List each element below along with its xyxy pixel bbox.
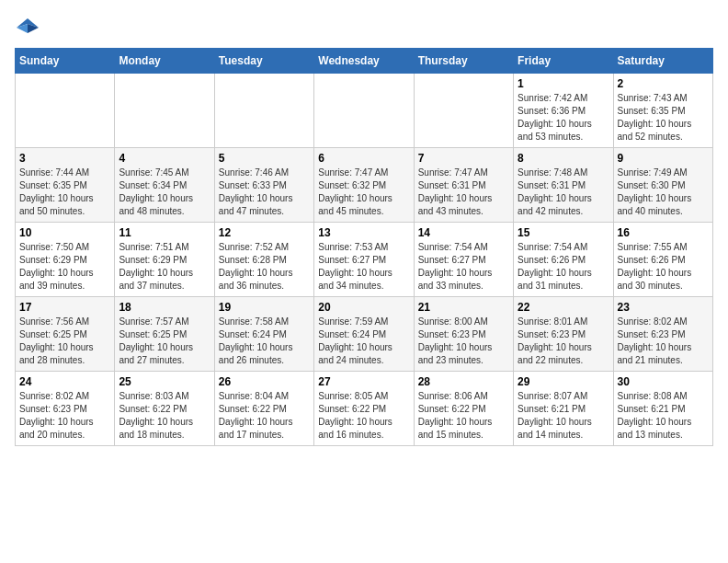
- day-number: 1: [518, 77, 609, 90]
- weekday-header: Wednesday: [314, 49, 414, 74]
- calendar-cell: 5Sunrise: 7:46 AM Sunset: 6:33 PM Daylig…: [214, 148, 313, 223]
- day-info: Sunrise: 7:46 AM Sunset: 6:33 PM Dayligh…: [219, 167, 310, 218]
- day-number: 26: [219, 375, 310, 388]
- calendar-cell: 2Sunrise: 7:43 AM Sunset: 6:35 PM Daylig…: [613, 74, 712, 148]
- calendar-cell: 26Sunrise: 8:04 AM Sunset: 6:22 PM Dayli…: [214, 372, 313, 446]
- day-info: Sunrise: 7:47 AM Sunset: 6:32 PM Dayligh…: [318, 167, 409, 218]
- day-number: 4: [119, 152, 210, 165]
- day-number: 5: [219, 152, 310, 165]
- day-number: 23: [618, 301, 709, 314]
- day-info: Sunrise: 7:54 AM Sunset: 6:26 PM Dayligh…: [518, 241, 609, 293]
- calendar-week-row: 3Sunrise: 7:44 AM Sunset: 6:35 PM Daylig…: [16, 148, 713, 223]
- day-number: 30: [618, 375, 709, 388]
- day-number: 10: [19, 226, 110, 239]
- calendar-cell: 25Sunrise: 8:03 AM Sunset: 6:22 PM Dayli…: [115, 372, 214, 446]
- calendar-cell: 15Sunrise: 7:54 AM Sunset: 6:26 PM Dayli…: [514, 223, 613, 297]
- calendar-cell: [214, 74, 313, 148]
- day-number: 12: [219, 226, 310, 239]
- day-number: 19: [219, 301, 310, 314]
- calendar-cell: [115, 74, 214, 148]
- day-info: Sunrise: 8:02 AM Sunset: 6:23 PM Dayligh…: [19, 390, 110, 442]
- day-info: Sunrise: 8:01 AM Sunset: 6:23 PM Dayligh…: [518, 316, 609, 367]
- day-info: Sunrise: 8:02 AM Sunset: 6:23 PM Dayligh…: [618, 316, 709, 367]
- weekday-header: Friday: [514, 49, 613, 74]
- day-info: Sunrise: 7:42 AM Sunset: 6:36 PM Dayligh…: [518, 92, 609, 144]
- day-info: Sunrise: 7:57 AM Sunset: 6:25 PM Dayligh…: [119, 316, 210, 367]
- page-header: [15, 15, 713, 40]
- day-number: 14: [418, 226, 509, 239]
- day-info: Sunrise: 7:47 AM Sunset: 6:31 PM Dayligh…: [418, 167, 509, 218]
- weekday-header: Sunday: [16, 49, 115, 74]
- day-number: 27: [318, 375, 409, 388]
- day-info: Sunrise: 7:48 AM Sunset: 6:31 PM Dayligh…: [518, 167, 609, 218]
- day-number: 18: [119, 301, 210, 314]
- day-number: 7: [418, 152, 509, 165]
- weekday-header: Monday: [115, 49, 214, 74]
- day-number: 16: [618, 226, 709, 239]
- day-info: Sunrise: 7:58 AM Sunset: 6:24 PM Dayligh…: [219, 316, 310, 367]
- day-info: Sunrise: 7:56 AM Sunset: 6:25 PM Dayligh…: [19, 316, 110, 367]
- weekday-header: Saturday: [613, 49, 712, 74]
- day-number: 11: [119, 226, 210, 239]
- calendar-table: SundayMondayTuesdayWednesdayThursdayFrid…: [15, 48, 713, 446]
- calendar-cell: 27Sunrise: 8:05 AM Sunset: 6:22 PM Dayli…: [314, 372, 414, 446]
- calendar-week-row: 24Sunrise: 8:02 AM Sunset: 6:23 PM Dayli…: [16, 372, 713, 446]
- day-number: 29: [518, 375, 609, 388]
- calendar-cell: [314, 74, 414, 148]
- calendar-cell: 12Sunrise: 7:52 AM Sunset: 6:28 PM Dayli…: [214, 223, 313, 297]
- calendar-cell: 19Sunrise: 7:58 AM Sunset: 6:24 PM Dayli…: [214, 297, 313, 372]
- day-info: Sunrise: 8:00 AM Sunset: 6:23 PM Dayligh…: [418, 316, 509, 367]
- day-info: Sunrise: 8:08 AM Sunset: 6:21 PM Dayligh…: [618, 390, 709, 442]
- day-info: Sunrise: 7:59 AM Sunset: 6:24 PM Dayligh…: [318, 316, 409, 367]
- calendar-cell: [16, 74, 115, 148]
- day-info: Sunrise: 7:52 AM Sunset: 6:28 PM Dayligh…: [219, 241, 310, 293]
- day-number: 28: [418, 375, 509, 388]
- logo-icon: [15, 15, 40, 40]
- calendar-cell: 1Sunrise: 7:42 AM Sunset: 6:36 PM Daylig…: [514, 74, 613, 148]
- calendar-cell: 18Sunrise: 7:57 AM Sunset: 6:25 PM Dayli…: [115, 297, 214, 372]
- calendar-cell: 9Sunrise: 7:49 AM Sunset: 6:30 PM Daylig…: [613, 148, 712, 223]
- day-number: 2: [618, 77, 709, 90]
- calendar-cell: 22Sunrise: 8:01 AM Sunset: 6:23 PM Dayli…: [514, 297, 613, 372]
- calendar-cell: 21Sunrise: 8:00 AM Sunset: 6:23 PM Dayli…: [414, 297, 513, 372]
- calendar-cell: 29Sunrise: 8:07 AM Sunset: 6:21 PM Dayli…: [514, 372, 613, 446]
- calendar-cell: 16Sunrise: 7:55 AM Sunset: 6:26 PM Dayli…: [613, 223, 712, 297]
- calendar-week-row: 1Sunrise: 7:42 AM Sunset: 6:36 PM Daylig…: [16, 74, 713, 148]
- day-info: Sunrise: 7:50 AM Sunset: 6:29 PM Dayligh…: [19, 241, 110, 293]
- day-number: 9: [618, 152, 709, 165]
- day-info: Sunrise: 8:06 AM Sunset: 6:22 PM Dayligh…: [418, 390, 509, 442]
- calendar-cell: 11Sunrise: 7:51 AM Sunset: 6:29 PM Dayli…: [115, 223, 214, 297]
- calendar-cell: 4Sunrise: 7:45 AM Sunset: 6:34 PM Daylig…: [115, 148, 214, 223]
- day-info: Sunrise: 8:03 AM Sunset: 6:22 PM Dayligh…: [119, 390, 210, 442]
- calendar-cell: 6Sunrise: 7:47 AM Sunset: 6:32 PM Daylig…: [314, 148, 414, 223]
- day-number: 21: [418, 301, 509, 314]
- day-info: Sunrise: 7:49 AM Sunset: 6:30 PM Dayligh…: [618, 167, 709, 218]
- day-info: Sunrise: 7:54 AM Sunset: 6:27 PM Dayligh…: [418, 241, 509, 293]
- calendar-cell: 17Sunrise: 7:56 AM Sunset: 6:25 PM Dayli…: [16, 297, 115, 372]
- day-number: 17: [19, 301, 110, 314]
- day-info: Sunrise: 7:43 AM Sunset: 6:35 PM Dayligh…: [618, 92, 709, 144]
- calendar-cell: 28Sunrise: 8:06 AM Sunset: 6:22 PM Dayli…: [414, 372, 513, 446]
- day-number: 8: [518, 152, 609, 165]
- day-number: 22: [518, 301, 609, 314]
- day-number: 6: [318, 152, 409, 165]
- calendar-week-row: 10Sunrise: 7:50 AM Sunset: 6:29 PM Dayli…: [16, 223, 713, 297]
- calendar-cell: 30Sunrise: 8:08 AM Sunset: 6:21 PM Dayli…: [613, 372, 712, 446]
- calendar-week-row: 17Sunrise: 7:56 AM Sunset: 6:25 PM Dayli…: [16, 297, 713, 372]
- day-info: Sunrise: 7:51 AM Sunset: 6:29 PM Dayligh…: [119, 241, 210, 293]
- weekday-header: Thursday: [414, 49, 513, 74]
- day-info: Sunrise: 8:04 AM Sunset: 6:22 PM Dayligh…: [219, 390, 310, 442]
- day-number: 15: [518, 226, 609, 239]
- day-info: Sunrise: 7:44 AM Sunset: 6:35 PM Dayligh…: [19, 167, 110, 218]
- calendar-cell: 10Sunrise: 7:50 AM Sunset: 6:29 PM Dayli…: [16, 223, 115, 297]
- weekday-header-row: SundayMondayTuesdayWednesdayThursdayFrid…: [16, 49, 713, 74]
- day-info: Sunrise: 8:05 AM Sunset: 6:22 PM Dayligh…: [318, 390, 409, 442]
- day-number: 20: [318, 301, 409, 314]
- calendar-cell: 13Sunrise: 7:53 AM Sunset: 6:27 PM Dayli…: [314, 223, 414, 297]
- calendar-cell: 20Sunrise: 7:59 AM Sunset: 6:24 PM Dayli…: [314, 297, 414, 372]
- weekday-header: Tuesday: [214, 49, 313, 74]
- day-number: 3: [19, 152, 110, 165]
- calendar-cell: 24Sunrise: 8:02 AM Sunset: 6:23 PM Dayli…: [16, 372, 115, 446]
- day-info: Sunrise: 7:55 AM Sunset: 6:26 PM Dayligh…: [618, 241, 709, 293]
- day-info: Sunrise: 7:53 AM Sunset: 6:27 PM Dayligh…: [318, 241, 409, 293]
